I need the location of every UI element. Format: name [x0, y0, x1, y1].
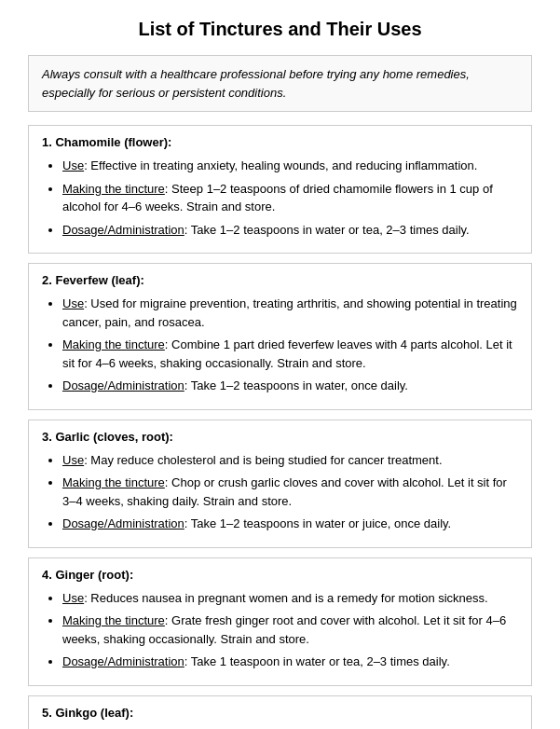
page-title: List of Tinctures and Their Uses — [28, 19, 532, 40]
herb-title-2: 2. Feverfew (leaf): — [42, 273, 518, 287]
herb-section-3: 3. Garlic (cloves, root):Use: May reduce… — [28, 420, 532, 548]
herb-dosage-4: Dosage/Administration: Take 1 teaspoon i… — [62, 653, 518, 671]
herb-title-1: 1. Chamomile (flower): — [42, 135, 518, 149]
making-label: Making the tincture — [62, 475, 165, 489]
dosage-label: Dosage/Administration — [62, 378, 184, 392]
herb-dosage-3: Dosage/Administration: Take 1–2 teaspoon… — [62, 515, 518, 533]
herb-dosage-1: Dosage/Administration: Take 1–2 teaspoon… — [62, 221, 518, 240]
herb-list-4: Use: Reduces nausea in pregnant women an… — [42, 589, 518, 671]
herb-use-1: Use: Effective in treating anxiety, heal… — [62, 157, 518, 175]
herb-making-4: Making the tincture: Grate fresh ginger … — [62, 612, 518, 648]
herb-list-3: Use: May reduce cholesterol and is being… — [42, 451, 518, 533]
herb-list-1: Use: Effective in treating anxiety, heal… — [42, 157, 518, 239]
dosage-label: Dosage/Administration — [62, 223, 184, 237]
making-label: Making the tincture — [62, 613, 165, 627]
use-label: Use — [62, 453, 84, 467]
herb-use-4: Use: Reduces nausea in pregnant women an… — [62, 589, 518, 608]
herbs-list: 1. Chamomile (flower):Use: Effective in … — [28, 125, 532, 729]
herb-making-3: Making the tincture: Chop or crush garli… — [62, 474, 518, 510]
herb-dosage-2: Dosage/Administration: Take 1–2 teaspoon… — [62, 377, 518, 395]
making-label: Making the tincture — [62, 182, 165, 196]
disclaimer-text: Always consult with a healthcare profess… — [42, 67, 470, 100]
herb-section-5: 5. Ginkgo (leaf):Use: Used to treat asth… — [28, 695, 532, 730]
herb-making-2: Making the tincture: Combine 1 part drie… — [62, 336, 518, 372]
use-label: Use — [62, 296, 84, 310]
dosage-label: Dosage/Administration — [62, 516, 184, 530]
use-label: Use — [62, 158, 84, 172]
disclaimer-box: Always consult with a healthcare profess… — [28, 55, 532, 112]
herb-use-2: Use: Used for migraine prevention, treat… — [62, 295, 518, 331]
herb-list-2: Use: Used for migraine prevention, treat… — [42, 295, 518, 395]
herb-title-3: 3. Garlic (cloves, root): — [42, 430, 518, 444]
herb-title-4: 4. Ginger (root): — [42, 568, 518, 582]
dosage-label: Dosage/Administration — [62, 654, 184, 668]
herb-use-3: Use: May reduce cholesterol and is being… — [62, 451, 518, 470]
herb-section-4: 4. Ginger (root):Use: Reduces nausea in … — [28, 557, 532, 686]
herb-making-1: Making the tincture: Steep 1–2 teaspoons… — [62, 180, 518, 216]
herb-section-1: 1. Chamomile (flower):Use: Effective in … — [28, 125, 532, 254]
making-label: Making the tincture — [62, 337, 165, 351]
use-label: Use — [62, 591, 84, 605]
herb-title-5: 5. Ginkgo (leaf): — [42, 706, 518, 720]
herb-section-2: 2. Feverfew (leaf):Use: Used for migrain… — [28, 263, 532, 410]
